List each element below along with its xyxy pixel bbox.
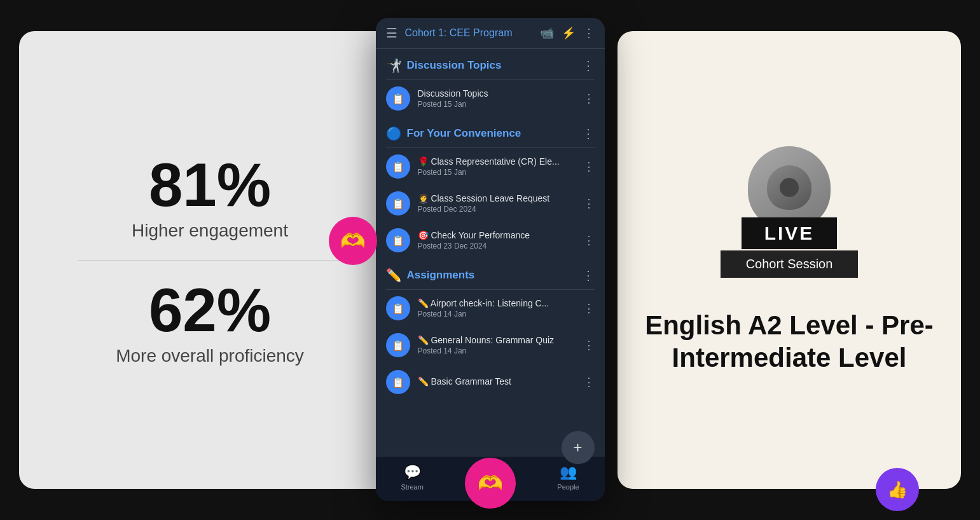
list-item[interactable]: 📋 ✏️ Basic Grammar Test ⋮ bbox=[376, 364, 605, 400]
section-discussion-topics-header: 🤺 Discussion Topics ⋮ bbox=[376, 49, 605, 79]
item-icon-airport: 📋 bbox=[386, 296, 410, 320]
discussion-section-more[interactable]: ⋮ bbox=[582, 58, 595, 73]
cr-emoji: 🌹 bbox=[418, 156, 431, 167]
stream-label: Stream bbox=[401, 483, 423, 491]
people-icon: 👥 bbox=[560, 464, 577, 481]
item-date-discussion: Posted 15 Jan bbox=[418, 100, 576, 109]
mobile-app-panel: ☰ Cohort 1: CEE Program 📹 ⚡ ⋮ 🤺 Discussi… bbox=[376, 18, 605, 501]
section-assignments-header: ✏️ Assignments ⋮ bbox=[376, 259, 605, 289]
section-discussion-topics-title: 🤺 Discussion Topics bbox=[386, 58, 502, 73]
fab-icon: + bbox=[573, 439, 582, 456]
item-content-basic-grammar: ✏️ Basic Grammar Test bbox=[418, 376, 576, 388]
live-mic-inner bbox=[767, 165, 811, 210]
item-date-grammar-quiz: Posted 14 Jan bbox=[418, 346, 576, 355]
item-more-airport[interactable]: ⋮ bbox=[583, 301, 595, 315]
discussion-emoji: 🤺 bbox=[386, 58, 402, 73]
item-content-airport: ✏️ Airport check-in: Listening C... Post… bbox=[418, 298, 576, 318]
list-item[interactable]: 📋 🌹 Class Representative (CR) Ele... Pos… bbox=[376, 148, 605, 185]
item-icon-performance: 📋 bbox=[386, 228, 410, 252]
assignments-section-more[interactable]: ⋮ bbox=[582, 268, 595, 283]
stream-icon: 💬 bbox=[404, 464, 421, 481]
bottom-right-bubble: 👍 bbox=[876, 468, 919, 511]
item-title-cr: 🌹 Class Representative (CR) Ele... bbox=[418, 156, 576, 167]
list-item[interactable]: 📋 ✏️ General Nouns: Grammar Quiz Posted … bbox=[376, 327, 605, 364]
video-icon[interactable]: 📹 bbox=[540, 26, 554, 40]
nav-people[interactable]: 👥 People bbox=[544, 462, 591, 493]
item-more-performance[interactable]: ⋮ bbox=[583, 233, 595, 247]
assignments-emoji: ✏️ bbox=[386, 268, 402, 283]
overlay-heart-bubble: 🫶 bbox=[329, 217, 377, 265]
main-container: ❤️ 🫶 👍 ❤️ 👍 81% Higher engagement 62% Mo… bbox=[0, 0, 980, 520]
item-date-cr: Posted 15 Jan bbox=[418, 168, 576, 177]
item-more-grammar-quiz[interactable]: ⋮ bbox=[583, 338, 595, 352]
item-title-discussion: Discussion Topics bbox=[418, 88, 576, 99]
item-icon-leave: 📋 bbox=[386, 191, 410, 216]
stat-engagement: 81% Higher engagement bbox=[132, 154, 288, 241]
stat-proficiency: 62% More overall proficiency bbox=[116, 280, 304, 366]
item-content-cr: 🌹 Class Representative (CR) Ele... Poste… bbox=[418, 156, 576, 177]
filter-icon[interactable]: ⚡ bbox=[562, 26, 576, 40]
right-panel: LIVE Cohort Session English A2 Level - P… bbox=[618, 31, 961, 489]
section-convenience-header: 🔵 For Your Convenience ⋮ bbox=[376, 117, 605, 147]
item-icon-basic-grammar: 📋 bbox=[386, 370, 410, 394]
item-title-performance: 🎯 Check Your Performance bbox=[418, 230, 576, 240]
item-title-airport: ✏️ Airport check-in: Listening C... bbox=[418, 298, 576, 308]
item-date-airport: Posted 14 Jan bbox=[418, 310, 576, 318]
stat1-label: Higher engagement bbox=[132, 221, 288, 241]
item-icon-grammar-quiz: 📋 bbox=[386, 333, 410, 357]
leave-emoji: 🤵 bbox=[418, 193, 431, 203]
discussion-title-text: Discussion Topics bbox=[407, 59, 502, 72]
item-more-discussion[interactable]: ⋮ bbox=[583, 92, 595, 106]
assignments-title-text: Assignments bbox=[407, 269, 475, 282]
item-content-leave: 🤵 Class Session Leave Request Posted Dec… bbox=[418, 193, 576, 214]
live-text: LIVE bbox=[742, 217, 838, 249]
item-more-leave[interactable]: ⋮ bbox=[583, 196, 595, 210]
app-content: 🤺 Discussion Topics ⋮ 📋 Discussion Topic… bbox=[376, 49, 605, 456]
stat2-label: More overall proficiency bbox=[116, 346, 304, 366]
fab-button[interactable]: + bbox=[562, 431, 595, 464]
convenience-section-more[interactable]: ⋮ bbox=[582, 126, 595, 141]
basic-grammar-emoji: ✏️ bbox=[418, 376, 431, 387]
item-date-leave: Posted Dec 2024 bbox=[418, 205, 576, 214]
item-content-performance: 🎯 Check Your Performance Posted 23 Dec 2… bbox=[418, 230, 576, 250]
item-more-basic-grammar[interactable]: ⋮ bbox=[583, 375, 595, 389]
section-convenience-title: 🔵 For Your Convenience bbox=[386, 126, 521, 141]
stat-divider bbox=[78, 260, 342, 261]
item-icon-cr: 📋 bbox=[386, 154, 410, 179]
people-label: People bbox=[557, 483, 579, 491]
header-icons: 📹 ⚡ ⋮ bbox=[540, 26, 595, 40]
stat1-number: 81% bbox=[132, 154, 288, 216]
item-content-discussion: Discussion Topics Posted 15 Jan bbox=[418, 88, 576, 109]
cohort-session-label: Cohort Session bbox=[721, 250, 859, 278]
list-item[interactable]: 📋 🎯 Check Your Performance Posted 23 Dec… bbox=[376, 222, 605, 259]
convenience-title-text: For Your Convenience bbox=[407, 127, 521, 140]
item-content-grammar-quiz: ✏️ General Nouns: Grammar Quiz Posted 14… bbox=[418, 335, 576, 355]
session-title: English A2 Level - Pre-Intermediate Leve… bbox=[618, 310, 961, 374]
list-item[interactable]: 📋 ✏️ Airport check-in: Listening C... Po… bbox=[376, 290, 605, 327]
airport-emoji: ✏️ bbox=[418, 298, 431, 308]
stat2-number: 62% bbox=[116, 280, 304, 341]
header-more-icon[interactable]: ⋮ bbox=[583, 26, 595, 40]
app-title: Cohort 1: CEE Program bbox=[405, 27, 532, 39]
convenience-emoji: 🔵 bbox=[386, 126, 402, 141]
menu-icon[interactable]: ☰ bbox=[386, 25, 397, 41]
item-title-leave: 🤵 Class Session Leave Request bbox=[418, 193, 576, 203]
app-header: ☰ Cohort 1: CEE Program 📹 ⚡ ⋮ bbox=[376, 18, 605, 49]
grammar-quiz-emoji: ✏️ bbox=[418, 335, 431, 345]
item-title-basic-grammar: ✏️ Basic Grammar Test bbox=[418, 376, 576, 387]
list-item[interactable]: 📋 🤵 Class Session Leave Request Posted D… bbox=[376, 185, 605, 222]
section-assignments-title: ✏️ Assignments bbox=[386, 268, 475, 283]
list-item[interactable]: 📋 Discussion Topics Posted 15 Jan ⋮ bbox=[376, 80, 605, 117]
item-title-grammar-quiz: ✏️ General Nouns: Grammar Quiz bbox=[418, 335, 576, 345]
item-icon-discussion: 📋 bbox=[386, 86, 410, 111]
item-more-cr[interactable]: ⋮ bbox=[583, 160, 595, 174]
item-date-performance: Posted 23 Dec 2024 bbox=[418, 242, 576, 250]
performance-emoji: 🎯 bbox=[418, 230, 431, 240]
bottom-center-bubble: 🫶 bbox=[465, 458, 516, 509]
nav-stream[interactable]: 💬 Stream bbox=[388, 462, 436, 493]
live-badge-container: LIVE Cohort Session bbox=[721, 146, 859, 278]
live-mic-dot bbox=[780, 178, 799, 197]
live-mic-icon bbox=[748, 146, 831, 229]
